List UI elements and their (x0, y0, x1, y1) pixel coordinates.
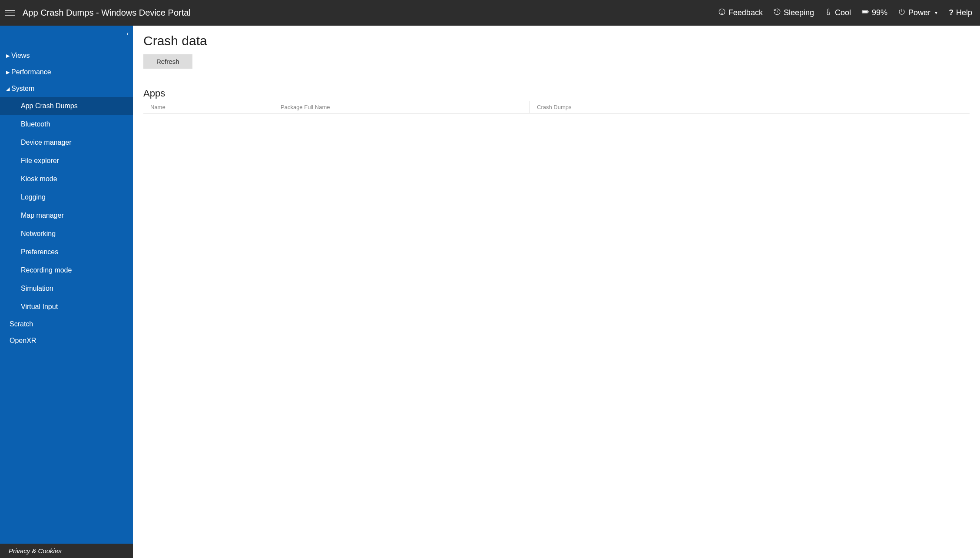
nav-logging[interactable]: Logging (0, 188, 133, 206)
battery-icon (861, 8, 869, 18)
cool-label: Cool (835, 8, 851, 17)
svg-point-0 (719, 9, 725, 15)
privacy-cookies-link[interactable]: Privacy & Cookies (0, 544, 133, 558)
caret-right-icon: ▶ (6, 53, 11, 59)
nav-system-label: System (11, 85, 34, 93)
help-button[interactable]: ? Help (949, 8, 972, 17)
svg-rect-5 (868, 11, 869, 13)
nav-file-explorer[interactable]: File explorer (0, 152, 133, 170)
nav-kiosk-mode[interactable]: Kiosk mode (0, 170, 133, 188)
apps-heading: Apps (143, 88, 970, 99)
nav-views-label: Views (11, 52, 30, 60)
header-actions: Feedback Sleeping Cool 99% Power ▼ (718, 8, 972, 18)
nav-networking[interactable]: Networking (0, 225, 133, 243)
nav-performance-label: Performance (11, 68, 51, 76)
history-icon (773, 8, 781, 18)
hamburger-icon[interactable] (5, 8, 15, 18)
sidebar-collapse-icon[interactable]: ‹ (126, 30, 129, 37)
nav-scratch[interactable]: Scratch (0, 316, 133, 332)
column-header-package[interactable]: Package Full Name (274, 101, 530, 113)
chevron-down-icon: ▼ (934, 10, 938, 15)
nav-simulation[interactable]: Simulation (0, 279, 133, 298)
nav-system[interactable]: ◢ System (0, 80, 133, 97)
nav-virtual-input[interactable]: Virtual Input (0, 298, 133, 316)
power-icon (898, 8, 906, 18)
battery-status[interactable]: 99% (861, 8, 887, 18)
question-icon: ? (949, 8, 954, 17)
temperature-status[interactable]: Cool (824, 8, 851, 18)
sleeping-status[interactable]: Sleeping (773, 8, 814, 18)
help-label: Help (956, 8, 972, 17)
column-header-name[interactable]: Name (143, 101, 274, 113)
nav-views[interactable]: ▶ Views (0, 47, 133, 64)
feedback-label: Feedback (728, 8, 763, 17)
nav-performance[interactable]: ▶ Performance (0, 64, 133, 80)
nav-app-crash-dumps[interactable]: App Crash Dumps (0, 97, 133, 115)
refresh-button[interactable]: Refresh (143, 54, 192, 69)
nav-preferences[interactable]: Preferences (0, 243, 133, 261)
header-bar: App Crash Dumps - Windows Device Portal … (0, 0, 980, 26)
sleeping-label: Sleeping (784, 8, 814, 17)
battery-label: 99% (872, 8, 887, 17)
sidebar-nav: ▶ Views ▶ Performance ◢ System App Crash… (0, 26, 133, 544)
page-title: App Crash Dumps - Windows Device Portal (23, 8, 718, 18)
feedback-button[interactable]: Feedback (718, 8, 763, 18)
apps-table: Name Package Full Name Crash Dumps (143, 101, 970, 113)
nav-openxr[interactable]: OpenXR (0, 332, 133, 349)
caret-down-icon: ◢ (6, 86, 11, 92)
column-header-crash[interactable]: Crash Dumps (530, 101, 970, 113)
caret-right-icon: ▶ (6, 70, 11, 75)
nav-map-manager[interactable]: Map manager (0, 206, 133, 225)
svg-point-1 (721, 11, 721, 11)
nav-bluetooth[interactable]: Bluetooth (0, 115, 133, 133)
sidebar: ‹ ▶ Views ▶ Performance ◢ System App Cra… (0, 26, 133, 558)
smile-icon (718, 8, 726, 18)
power-menu[interactable]: Power ▼ (898, 8, 938, 18)
power-label: Power (908, 8, 930, 17)
body-container: ‹ ▶ Views ▶ Performance ◢ System App Cra… (0, 26, 980, 558)
apps-table-header: Name Package Full Name Crash Dumps (143, 101, 970, 113)
nav-recording-mode[interactable]: Recording mode (0, 261, 133, 279)
svg-rect-4 (862, 11, 867, 13)
svg-point-2 (723, 11, 723, 11)
main-content: Crash data Refresh Apps Name Package Ful… (133, 26, 980, 558)
thermometer-icon (824, 8, 832, 18)
nav-device-manager[interactable]: Device manager (0, 133, 133, 152)
main-heading: Crash data (143, 33, 970, 48)
